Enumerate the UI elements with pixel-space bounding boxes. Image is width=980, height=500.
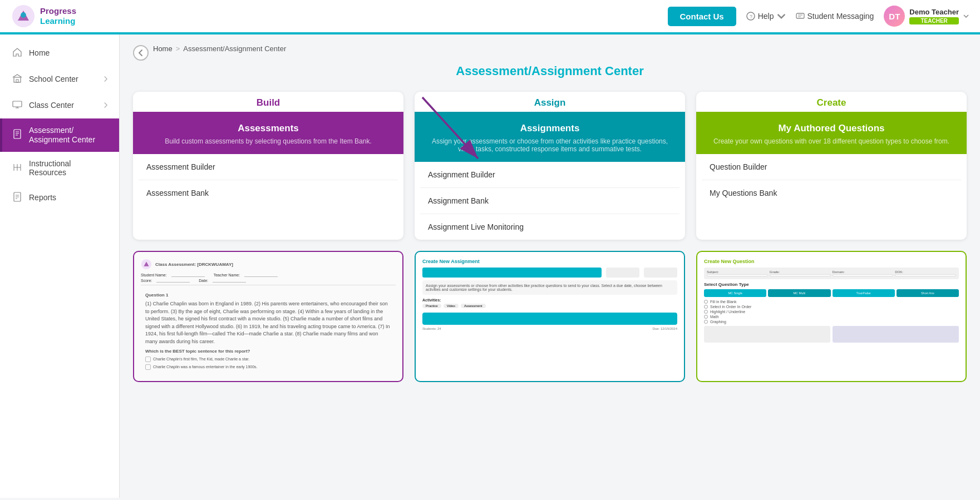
help-link[interactable]: ? Help bbox=[746, 12, 786, 21]
svg-rect-5 bbox=[796, 13, 804, 18]
help-icon: ? bbox=[746, 12, 755, 21]
create-preview-opt5: Graphing bbox=[704, 320, 959, 324]
sidebar-item-reports[interactable]: Reports bbox=[0, 185, 119, 211]
cards-area: Build Assessments Build custom assessmen… bbox=[133, 92, 967, 240]
preview-checkbox-b bbox=[145, 364, 151, 370]
assign-header-title: Assignments bbox=[428, 123, 672, 134]
build-preview-content: Question 1 (1) Charlie Chaplin was born … bbox=[141, 288, 396, 374]
svg-rect-7 bbox=[16, 80, 18, 82]
logo: Progress Learning bbox=[11, 4, 76, 28]
assessment-builder-link[interactable]: Assessment Builder bbox=[139, 154, 398, 180]
user-info: Demo Teacher TEACHER bbox=[909, 8, 959, 24]
back-button[interactable] bbox=[133, 45, 149, 61]
create-header-title: My Authored Questions bbox=[710, 123, 953, 134]
create-header-desc: Create your own questions with over 18 d… bbox=[710, 137, 953, 145]
preview-checkbox-a bbox=[145, 357, 151, 362]
build-section-title: Build bbox=[257, 97, 280, 108]
create-preview-opt1: Fill in the Blank bbox=[704, 300, 959, 304]
class-center-chevron-icon bbox=[102, 101, 109, 110]
create-preview-subject-row: Subject: Grade: Domain: DOK: bbox=[704, 268, 959, 279]
assignment-builder-link[interactable]: Assignment Builder bbox=[420, 162, 679, 188]
build-card: Build Assessments Build custom assessmen… bbox=[133, 92, 403, 240]
assign-preview-submit-bar bbox=[422, 313, 677, 325]
svg-point-2 bbox=[21, 12, 26, 18]
message-icon bbox=[796, 12, 805, 21]
contact-us-button[interactable]: Contact Us bbox=[668, 7, 736, 26]
avatar: DT bbox=[884, 6, 905, 27]
sidebar: Home School Center Class Center bbox=[0, 34, 120, 498]
previews-row: Class Assessment: [DRCKWUAMAY] Student N… bbox=[133, 251, 967, 382]
assign-preview-activity-tags: Practice Video Assessment bbox=[422, 304, 677, 308]
build-header-desc: Build custom assessments by selecting qu… bbox=[146, 137, 390, 145]
assign-card-header: Assignments Assign your assessments or c… bbox=[415, 112, 685, 162]
user-badge: DT Demo Teacher TEACHER bbox=[884, 6, 969, 27]
create-card: Create My Authored Questions Create your… bbox=[696, 92, 967, 240]
build-card-header: Assessments Build custom assessments by … bbox=[133, 112, 403, 154]
student-messaging-link[interactable]: Student Messaging bbox=[796, 12, 874, 21]
create-preview-opt2: Select in Order In Order bbox=[704, 305, 959, 309]
user-chevron-icon bbox=[963, 14, 969, 18]
sidebar-item-class-center[interactable]: Class Center bbox=[0, 92, 119, 118]
create-preview-inner: Create New Question Subject: Grade: Doma… bbox=[697, 252, 966, 349]
build-preview-student-name: Student Name: Teacher Name: bbox=[141, 273, 396, 277]
chevron-down-icon bbox=[777, 12, 786, 21]
breadcrumb-row: Home > Assessment/Assignment Center bbox=[133, 44, 967, 61]
assign-preview-bar-teal bbox=[422, 268, 602, 278]
assessment-bank-link[interactable]: Assessment Bank bbox=[139, 180, 398, 206]
monitor-icon bbox=[12, 100, 22, 111]
logo-icon bbox=[11, 4, 36, 28]
assign-card: Assign Assignments Assign your assessmen… bbox=[415, 92, 685, 240]
svg-rect-8 bbox=[13, 101, 22, 107]
build-preview-score: Score: Date: bbox=[141, 279, 396, 283]
build-header-title: Assessments bbox=[146, 123, 390, 134]
sidebar-item-assessment-center[interactable]: Assessment/ Assignment Center bbox=[0, 118, 119, 152]
breadcrumb-home[interactable]: Home bbox=[153, 44, 173, 53]
assessment-icon bbox=[12, 129, 22, 141]
assign-preview-footer: Students: 24 Due: 12/15/2024 bbox=[422, 327, 677, 330]
sidebar-item-instructional-resources[interactable]: Instructional Resources bbox=[0, 152, 119, 185]
create-card-header: My Authored Questions Create your own qu… bbox=[696, 112, 967, 154]
build-preview-card: Class Assessment: [DRCKWUAMAY] Student N… bbox=[133, 251, 403, 382]
build-card-links: Assessment Builder Assessment Bank bbox=[133, 154, 403, 206]
reports-icon bbox=[12, 192, 22, 204]
breadcrumb: Home > Assessment/Assignment Center bbox=[153, 44, 286, 53]
create-preview-question-types: MC Single MC Multi True/False Short Ans bbox=[704, 289, 959, 297]
assignment-live-monitoring-link[interactable]: Assignment Live Monitoring bbox=[420, 214, 679, 240]
create-preview-opt3: Highlight / Underline bbox=[704, 310, 959, 314]
assign-preview-info-box: Assign your assessments or choose from o… bbox=[422, 280, 677, 295]
assign-preview-inner: Create New Assignment Assign your assess… bbox=[416, 252, 684, 337]
home-icon bbox=[12, 47, 22, 59]
top-nav: Progress Learning Contact Us ? Help Stud… bbox=[0, 0, 980, 34]
assign-header-desc: Assign your assessments or choose from o… bbox=[428, 137, 672, 153]
create-section-title: Create bbox=[817, 97, 846, 108]
assign-section-title: Assign bbox=[534, 97, 566, 108]
create-card-links: Question Builder My Questions Bank bbox=[696, 154, 967, 206]
build-preview-inner: Class Assessment: [DRCKWUAMAY] Student N… bbox=[134, 252, 402, 381]
assign-preview-bar-gray2 bbox=[644, 268, 677, 278]
my-questions-bank-link[interactable]: My Questions Bank bbox=[702, 180, 961, 206]
assign-card-links: Assignment Builder Assignment Bank Assig… bbox=[415, 162, 685, 240]
layout: Home School Center Class Center bbox=[0, 34, 980, 498]
school-center-chevron-icon bbox=[102, 75, 109, 84]
school-icon bbox=[12, 73, 22, 85]
question-builder-link[interactable]: Question Builder bbox=[702, 154, 961, 180]
main-content: Home > Assessment/Assignment Center Asse… bbox=[120, 34, 980, 498]
logo-text: Progress Learning bbox=[40, 6, 76, 26]
build-preview-header: Class Assessment: [DRCKWUAMAY] bbox=[141, 259, 396, 270]
build-preview-rule bbox=[141, 285, 396, 285]
assignment-bank-link[interactable]: Assignment Bank bbox=[420, 188, 679, 214]
assign-preview-bar-gray bbox=[606, 268, 639, 278]
page-title: Assessment/Assignment Center bbox=[133, 64, 967, 78]
sidebar-item-school-center[interactable]: School Center bbox=[0, 66, 119, 92]
cards-row: Build Assessments Build custom assessmen… bbox=[133, 92, 967, 240]
create-preview-card: Create New Question Subject: Grade: Doma… bbox=[696, 251, 967, 382]
book-open-icon bbox=[12, 162, 22, 174]
preview-logo-icon bbox=[141, 259, 152, 270]
back-arrow-icon bbox=[137, 49, 145, 57]
sidebar-item-home[interactable]: Home bbox=[0, 40, 119, 66]
assign-preview-form-row1 bbox=[422, 268, 677, 278]
svg-rect-9 bbox=[14, 130, 21, 138]
create-preview-map-row bbox=[704, 326, 959, 343]
svg-text:?: ? bbox=[750, 14, 752, 19]
assign-preview-card: Create New Assignment Assign your assess… bbox=[415, 251, 685, 382]
